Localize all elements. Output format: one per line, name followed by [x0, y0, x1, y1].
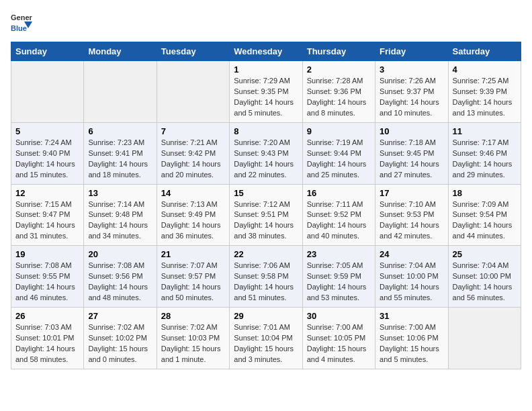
calendar-cell: 3Sunrise: 7:26 AM Sunset: 9:37 PM Daylig…	[375, 61, 448, 123]
day-info: Sunrise: 7:15 AM Sunset: 9:47 PM Dayligh…	[15, 199, 79, 242]
calendar-cell: 14Sunrise: 7:13 AM Sunset: 9:49 PM Dayli…	[157, 184, 229, 246]
calendar-cell: 18Sunrise: 7:09 AM Sunset: 9:54 PM Dayli…	[448, 184, 521, 246]
logo: General Blue	[11, 11, 32, 35]
calendar-cell: 23Sunrise: 7:05 AM Sunset: 9:59 PM Dayli…	[302, 246, 375, 308]
calendar-cell: 7Sunrise: 7:21 AM Sunset: 9:42 PM Daylig…	[157, 122, 229, 184]
day-number: 29	[234, 311, 298, 321]
day-info: Sunrise: 7:28 AM Sunset: 9:36 PM Dayligh…	[307, 76, 371, 119]
calendar-header-row: SundayMondayTuesdayWednesdayThursdayFrid…	[11, 42, 521, 61]
day-info: Sunrise: 7:17 AM Sunset: 9:46 PM Dayligh…	[453, 138, 517, 181]
day-number: 14	[161, 188, 225, 198]
calendar-table: SundayMondayTuesdayWednesdayThursdayFrid…	[11, 42, 521, 369]
day-info: Sunrise: 7:29 AM Sunset: 9:35 PM Dayligh…	[234, 76, 298, 119]
logo-svg: General Blue	[11, 11, 32, 35]
day-number: 19	[15, 249, 79, 259]
calendar-cell: 2Sunrise: 7:28 AM Sunset: 9:36 PM Daylig…	[302, 61, 375, 123]
day-info: Sunrise: 7:11 AM Sunset: 9:52 PM Dayligh…	[307, 199, 371, 242]
calendar-week-2: 5Sunrise: 7:24 AM Sunset: 9:40 PM Daylig…	[11, 122, 521, 184]
calendar-cell: 17Sunrise: 7:10 AM Sunset: 9:53 PM Dayli…	[375, 184, 448, 246]
calendar-week-1: 1Sunrise: 7:29 AM Sunset: 9:35 PM Daylig…	[11, 61, 521, 123]
day-info: Sunrise: 7:23 AM Sunset: 9:41 PM Dayligh…	[88, 138, 152, 181]
calendar-cell: 24Sunrise: 7:04 AM Sunset: 10:00 PM Dayl…	[375, 246, 448, 308]
day-info: Sunrise: 7:08 AM Sunset: 9:56 PM Dayligh…	[88, 261, 152, 304]
day-info: Sunrise: 7:20 AM Sunset: 9:43 PM Dayligh…	[234, 138, 298, 181]
day-number: 6	[88, 126, 152, 136]
day-info: Sunrise: 7:25 AM Sunset: 9:39 PM Dayligh…	[453, 76, 517, 119]
calendar-cell: 6Sunrise: 7:23 AM Sunset: 9:41 PM Daylig…	[84, 122, 157, 184]
calendar-cell: 4Sunrise: 7:25 AM Sunset: 9:39 PM Daylig…	[448, 61, 521, 123]
day-number: 20	[88, 249, 152, 259]
day-info: Sunrise: 7:13 AM Sunset: 9:49 PM Dayligh…	[161, 199, 225, 242]
day-info: Sunrise: 7:26 AM Sunset: 9:37 PM Dayligh…	[380, 76, 443, 119]
calendar-cell: 22Sunrise: 7:06 AM Sunset: 9:58 PM Dayli…	[230, 246, 302, 308]
day-info: Sunrise: 7:07 AM Sunset: 9:57 PM Dayligh…	[161, 261, 225, 304]
calendar-cell: 15Sunrise: 7:12 AM Sunset: 9:51 PM Dayli…	[230, 184, 302, 246]
day-number: 2	[307, 64, 371, 75]
day-number: 25	[453, 249, 517, 259]
day-number: 31	[380, 311, 443, 321]
day-info: Sunrise: 7:04 AM Sunset: 10:00 PM Daylig…	[453, 261, 517, 304]
day-number: 18	[453, 188, 517, 198]
header-saturday: Saturday	[448, 42, 521, 61]
calendar-cell: 19Sunrise: 7:08 AM Sunset: 9:55 PM Dayli…	[11, 246, 84, 308]
calendar-cell: 11Sunrise: 7:17 AM Sunset: 9:46 PM Dayli…	[448, 122, 521, 184]
day-info: Sunrise: 7:01 AM Sunset: 10:04 PM Daylig…	[234, 322, 298, 365]
calendar-cell: 20Sunrise: 7:08 AM Sunset: 9:56 PM Dayli…	[84, 246, 157, 308]
day-number: 21	[161, 249, 225, 259]
calendar-cell	[157, 61, 229, 123]
day-number: 13	[88, 188, 152, 198]
calendar-cell: 30Sunrise: 7:00 AM Sunset: 10:05 PM Dayl…	[302, 308, 375, 369]
calendar-cell: 8Sunrise: 7:20 AM Sunset: 9:43 PM Daylig…	[230, 122, 302, 184]
header: General Blue	[11, 11, 521, 35]
day-number: 12	[15, 188, 79, 198]
day-number: 9	[307, 126, 371, 136]
day-info: Sunrise: 7:02 AM Sunset: 10:02 PM Daylig…	[88, 322, 152, 365]
calendar-week-3: 12Sunrise: 7:15 AM Sunset: 9:47 PM Dayli…	[11, 184, 521, 246]
calendar-cell: 26Sunrise: 7:03 AM Sunset: 10:01 PM Dayl…	[11, 308, 84, 369]
day-info: Sunrise: 7:18 AM Sunset: 9:45 PM Dayligh…	[380, 138, 443, 181]
day-number: 17	[380, 188, 443, 198]
day-number: 27	[88, 311, 152, 321]
header-tuesday: Tuesday	[157, 42, 229, 61]
calendar-week-5: 26Sunrise: 7:03 AM Sunset: 10:01 PM Dayl…	[11, 308, 521, 369]
day-info: Sunrise: 7:08 AM Sunset: 9:55 PM Dayligh…	[15, 261, 79, 304]
calendar-cell	[11, 61, 84, 123]
day-info: Sunrise: 7:00 AM Sunset: 10:06 PM Daylig…	[380, 322, 443, 365]
day-number: 11	[453, 126, 517, 136]
svg-text:General: General	[11, 13, 32, 21]
calendar-cell	[84, 61, 157, 123]
calendar-cell: 5Sunrise: 7:24 AM Sunset: 9:40 PM Daylig…	[11, 122, 84, 184]
day-number: 15	[234, 188, 298, 198]
header-monday: Monday	[84, 42, 157, 61]
day-info: Sunrise: 7:10 AM Sunset: 9:53 PM Dayligh…	[380, 199, 443, 242]
calendar-cell: 28Sunrise: 7:02 AM Sunset: 10:03 PM Dayl…	[157, 308, 229, 369]
day-info: Sunrise: 7:09 AM Sunset: 9:54 PM Dayligh…	[453, 199, 517, 242]
day-info: Sunrise: 7:06 AM Sunset: 9:58 PM Dayligh…	[234, 261, 298, 304]
day-number: 3	[380, 64, 443, 75]
day-number: 23	[307, 249, 371, 259]
day-number: 5	[15, 126, 79, 136]
calendar-cell: 1Sunrise: 7:29 AM Sunset: 9:35 PM Daylig…	[230, 61, 302, 123]
day-number: 26	[15, 311, 79, 321]
calendar-cell	[448, 308, 521, 369]
day-number: 24	[380, 249, 443, 259]
day-info: Sunrise: 7:21 AM Sunset: 9:42 PM Dayligh…	[161, 138, 225, 181]
calendar-cell: 12Sunrise: 7:15 AM Sunset: 9:47 PM Dayli…	[11, 184, 84, 246]
day-number: 7	[161, 126, 225, 136]
calendar-week-4: 19Sunrise: 7:08 AM Sunset: 9:55 PM Dayli…	[11, 246, 521, 308]
calendar-cell: 27Sunrise: 7:02 AM Sunset: 10:02 PM Dayl…	[84, 308, 157, 369]
calendar-cell: 9Sunrise: 7:19 AM Sunset: 9:44 PM Daylig…	[302, 122, 375, 184]
header-sunday: Sunday	[11, 42, 84, 61]
header-thursday: Thursday	[302, 42, 375, 61]
calendar-cell: 31Sunrise: 7:00 AM Sunset: 10:06 PM Dayl…	[375, 308, 448, 369]
day-info: Sunrise: 7:00 AM Sunset: 10:05 PM Daylig…	[307, 322, 371, 365]
day-number: 30	[307, 311, 371, 321]
day-info: Sunrise: 7:14 AM Sunset: 9:48 PM Dayligh…	[88, 199, 152, 242]
calendar-cell: 13Sunrise: 7:14 AM Sunset: 9:48 PM Dayli…	[84, 184, 157, 246]
day-number: 28	[161, 311, 225, 321]
day-info: Sunrise: 7:24 AM Sunset: 9:40 PM Dayligh…	[15, 138, 79, 181]
svg-text:Blue: Blue	[11, 24, 27, 32]
day-info: Sunrise: 7:05 AM Sunset: 9:59 PM Dayligh…	[307, 261, 371, 304]
calendar-cell: 16Sunrise: 7:11 AM Sunset: 9:52 PM Dayli…	[302, 184, 375, 246]
day-info: Sunrise: 7:04 AM Sunset: 10:00 PM Daylig…	[380, 261, 443, 304]
